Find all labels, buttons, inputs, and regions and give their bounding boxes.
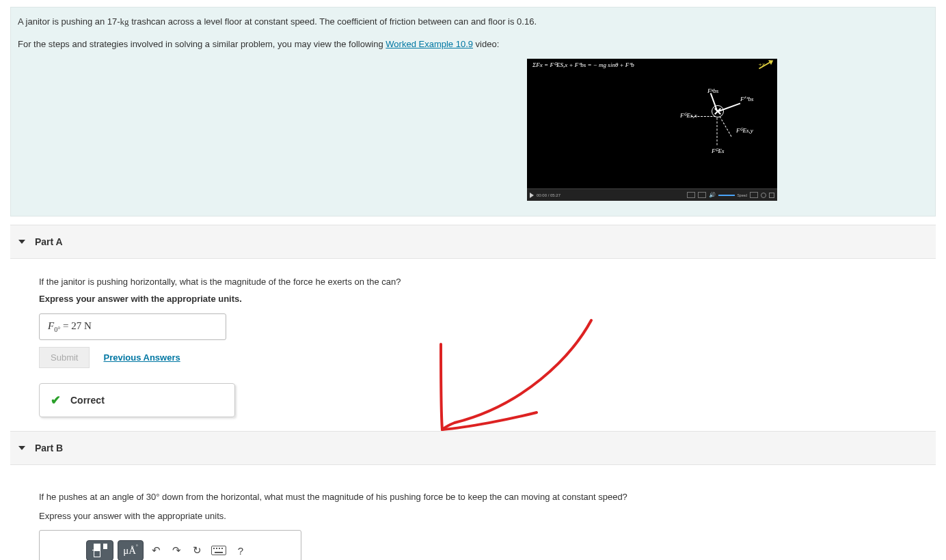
template-picker-button[interactable] <box>86 540 113 560</box>
help-button[interactable]: ? <box>232 541 249 560</box>
submit-button: Submit <box>39 347 90 368</box>
units-button-label: μÅ <box>123 545 136 557</box>
video-player[interactable]: ΣFx = FᴳES,x + Fˢbs = − mg sinθ + Fˢb +x… <box>527 59 777 200</box>
correct-label: Correct <box>70 395 105 406</box>
part-a-title: Part A <box>35 236 63 247</box>
text: A janitor is pushing an 17- <box>18 16 120 27</box>
play-icon[interactable] <box>530 193 534 198</box>
answer-value: 27 <box>71 320 84 331</box>
part-b-title: Part B <box>35 443 63 453</box>
video-controls: 00:00 / 05:27 🔊 Speed <box>527 188 777 201</box>
mass-unit: kg <box>120 16 129 27</box>
part-b-header[interactable]: Part B <box>10 431 936 465</box>
fullscreen-icon[interactable] <box>769 193 774 198</box>
previous-answers-link[interactable]: Previous Answers <box>103 352 180 363</box>
part-a-instruction: Express your answer with the appropriate… <box>39 294 907 304</box>
video-canvas: ΣFx = FᴳES,x + Fˢbs = − mg sinθ + Fˢb +x… <box>527 59 777 188</box>
part-a-body: If the janitor is pushing horizontally, … <box>10 259 936 431</box>
keyboard-button[interactable] <box>209 541 228 560</box>
reset-button[interactable]: ↻ <box>189 541 205 560</box>
speed-label: Speed <box>738 193 747 197</box>
text: video: <box>473 39 499 49</box>
speed-button[interactable] <box>750 192 758 198</box>
equation-input-container: μÅ° ↶ ↷ ↻ ? F30° = Value Units <box>39 530 301 560</box>
part-b-instruction: Express your answer with the appropriate… <box>39 511 907 521</box>
part-a-answer-display: F0° = 27 N <box>39 313 226 340</box>
text: For the steps and strategies involved in… <box>18 39 386 49</box>
problem-statement: A janitor is pushing an 17-kg trashcan a… <box>10 7 936 216</box>
fbd-label-FGEs: FᴳEs <box>712 148 725 154</box>
text: trashcan across a level floor at constan… <box>129 16 537 27</box>
problem-text-line1: A janitor is pushing an 17-kg trashcan a… <box>18 16 928 29</box>
undo-button[interactable]: ↶ <box>148 541 164 560</box>
redo-button[interactable]: ↷ <box>168 541 185 560</box>
part-a-submit-row: Submit Previous Answers <box>39 347 907 368</box>
fraction-icon <box>92 544 107 557</box>
check-icon: ✔ <box>51 393 61 408</box>
keyboard-icon <box>211 546 226 555</box>
mute-icon[interactable]: 🔊 <box>709 192 716 198</box>
volume-slider[interactable] <box>718 195 735 196</box>
video-time: 00:00 / 05:27 <box>537 193 560 197</box>
caption-button[interactable] <box>687 192 695 198</box>
answer-eq: = <box>60 320 71 331</box>
worked-example-link[interactable]: Worked Example 10.9 <box>386 39 473 49</box>
video-formula: ΣFx = FᴳES,x + Fˢbs = − mg sinθ + Fˢb <box>532 61 634 68</box>
quality-button[interactable] <box>698 192 706 198</box>
free-body-diagram: Fⁿbs Fᶠˢbs FᴳEs,x FᴳEs,y FᴳEs <box>684 83 759 172</box>
problem-text-line2: For the steps and strategies involved in… <box>18 38 928 51</box>
chevron-down-icon <box>18 446 25 450</box>
units-picker-button[interactable]: μÅ° <box>118 540 144 560</box>
answer-sub: 0° <box>54 326 60 333</box>
part-b-body: If he pushes at an angle of 30° down fro… <box>10 465 936 560</box>
correct-feedback: ✔ Correct <box>39 383 235 417</box>
fbd-label-Fnbs: Fⁿbs <box>707 87 718 94</box>
settings-icon[interactable] <box>761 193 766 198</box>
chevron-down-icon <box>18 240 25 244</box>
equation-toolbar: μÅ° ↶ ↷ ↻ ? <box>46 537 294 560</box>
answer-unit: N <box>84 320 92 331</box>
answer-var: F <box>48 320 54 331</box>
part-b-question: If he pushes at an angle of 30° down fro… <box>39 492 907 502</box>
part-a-question: If the janitor is pushing horizontally, … <box>39 277 907 287</box>
part-a-header[interactable]: Part A <box>10 225 936 259</box>
fbd-label-Ffsbs: Fᶠˢbs <box>740 96 754 102</box>
fbd-label-FGEsx: FᴳEs,x <box>680 112 697 119</box>
fbd-label-FGEsy: FᴳEs,y <box>736 127 753 134</box>
